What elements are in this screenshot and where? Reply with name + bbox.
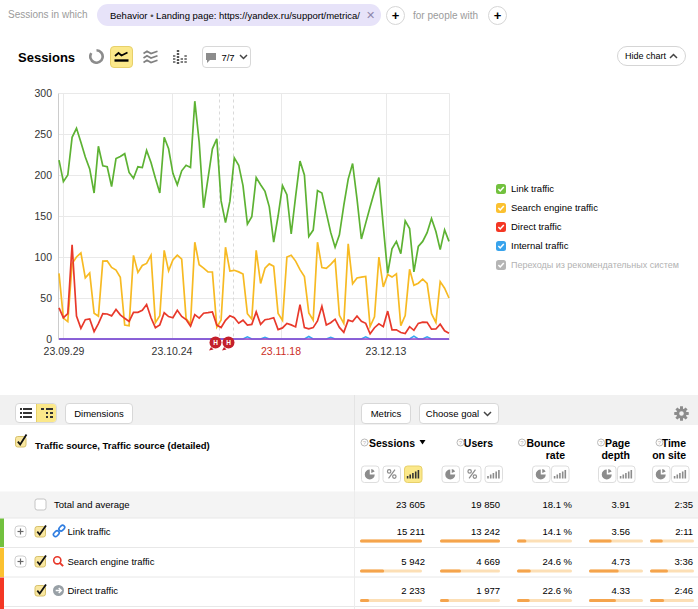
svg-text:3:36: 3:36 xyxy=(675,556,694,567)
svg-text:Bounce: Bounce xyxy=(526,437,565,449)
svg-text:depth: depth xyxy=(601,449,630,461)
svg-text:100: 100 xyxy=(34,251,52,263)
svg-text:23 605: 23 605 xyxy=(396,499,425,510)
svg-text:Users: Users xyxy=(464,437,493,449)
svg-text:H: H xyxy=(213,339,218,346)
svg-text:23.10.24: 23.10.24 xyxy=(152,345,193,357)
svg-text:22.6 %: 22.6 % xyxy=(542,585,572,596)
svg-text:300: 300 xyxy=(34,87,52,99)
svg-text:4.73: 4.73 xyxy=(612,556,631,567)
svg-text:50: 50 xyxy=(40,292,52,304)
svg-text:23.09.29: 23.09.29 xyxy=(44,345,85,357)
svg-text:Time: Time xyxy=(662,437,686,449)
svg-text:Sessions: Sessions xyxy=(369,437,415,449)
svg-text:15 211: 15 211 xyxy=(397,526,425,537)
svg-text:Page: Page xyxy=(605,437,630,449)
svg-text:2:11: 2:11 xyxy=(675,526,693,537)
svg-text:3.91: 3.91 xyxy=(612,499,631,510)
svg-text:Search engine traffic: Search engine traffic xyxy=(68,556,155,567)
svg-text:0: 0 xyxy=(46,333,52,345)
svg-text:3.56: 3.56 xyxy=(612,526,631,537)
svg-text:1 977: 1 977 xyxy=(476,585,500,596)
svg-text:4.33: 4.33 xyxy=(612,585,631,596)
svg-text:5 942: 5 942 xyxy=(401,556,425,567)
svg-text:Total and average: Total and average xyxy=(54,499,130,510)
svg-text:250: 250 xyxy=(34,128,52,140)
svg-text:14.1 %: 14.1 % xyxy=(542,526,572,537)
svg-text:150: 150 xyxy=(34,210,52,222)
svg-text:rate: rate xyxy=(546,449,565,461)
svg-text:H: H xyxy=(226,339,231,346)
svg-text:19 850: 19 850 xyxy=(471,499,500,510)
svg-text:Link traffic: Link traffic xyxy=(68,526,111,537)
svg-text:2:35: 2:35 xyxy=(675,499,694,510)
svg-text:13 242: 13 242 xyxy=(471,526,500,537)
svg-text:2:46: 2:46 xyxy=(675,585,694,596)
svg-text:Direct traffic: Direct traffic xyxy=(68,585,119,596)
svg-text:23.11.18: 23.11.18 xyxy=(261,345,301,357)
svg-text:2 233: 2 233 xyxy=(401,585,425,596)
svg-text:on site: on site xyxy=(652,449,686,461)
svg-text:23.12.13: 23.12.13 xyxy=(366,345,407,357)
svg-text:200: 200 xyxy=(34,169,52,181)
svg-text:24.6 %: 24.6 % xyxy=(542,556,572,567)
svg-text:4 669: 4 669 xyxy=(476,556,500,567)
svg-text:18.1 %: 18.1 % xyxy=(542,499,572,510)
